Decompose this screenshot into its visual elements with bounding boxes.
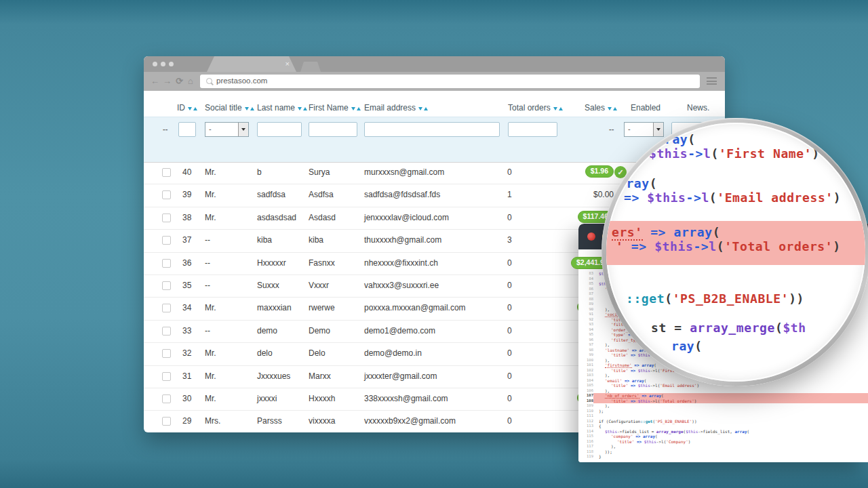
cell-social-title: Mr.	[205, 167, 216, 177]
code-line: );	[599, 409, 868, 414]
filter-email-input[interactable]	[364, 122, 500, 137]
cell-first-name: Fasnxx	[309, 258, 335, 268]
code-line: ),	[599, 388, 868, 394]
address-bar[interactable]: prestasoo.com	[200, 75, 700, 88]
cell-last-name: Parsss	[257, 416, 282, 426]
filter-id-input[interactable]	[178, 122, 196, 137]
browser-tab[interactable]: ×	[207, 56, 296, 72]
column-header-id[interactable]: ID	[177, 103, 197, 113]
sort-arrows-icon[interactable]	[245, 103, 254, 113]
code-line: ),	[599, 444, 868, 449]
close-icon[interactable]	[587, 232, 595, 241]
filter-row: -- - -- -	[144, 117, 725, 163]
row-checkbox[interactable]	[162, 417, 171, 426]
cell-email: 338xxxxsh@gmail.com	[364, 394, 448, 403]
code-line: $this->fields_list = array_merge($this->…	[599, 429, 868, 434]
code-line: {	[599, 424, 868, 429]
cell-last-name: b	[257, 167, 262, 177]
chevron-down-icon	[653, 123, 663, 136]
row-checkbox[interactable]	[162, 190, 171, 199]
row-checkbox[interactable]	[162, 214, 171, 222]
row-checkbox[interactable]	[162, 281, 171, 290]
column-header-last-name[interactable]: Last name	[257, 103, 307, 113]
cell-social-title: Mr.	[205, 213, 216, 222]
line-number: 113	[578, 424, 593, 429]
row-checkbox[interactable]	[162, 327, 171, 336]
code-line: 'nb_of_orders' => array(	[599, 393, 868, 399]
line-number: 85	[578, 281, 593, 287]
column-header-sales[interactable]: Sales	[585, 103, 617, 113]
cell-first-name: Vxxxr	[309, 281, 329, 290]
filter-enabled-select[interactable]: -	[624, 122, 664, 137]
sort-arrows-icon[interactable]	[418, 103, 428, 113]
magnified-code-line: ray(	[671, 339, 703, 353]
row-checkbox[interactable]	[162, 168, 171, 177]
cell-id: 30	[182, 394, 191, 403]
filter-social-title-select[interactable]: -	[205, 122, 249, 137]
filter-total-orders-input[interactable]	[508, 122, 557, 137]
window-dot-icon[interactable]	[169, 62, 174, 66]
row-checkbox[interactable]	[162, 304, 171, 312]
cell-total-orders: 0	[507, 348, 512, 358]
cell-first-name: Marxx	[309, 371, 331, 381]
sort-arrows-icon[interactable]	[298, 103, 307, 113]
cell-email: vxxxxxb9xx2@gmail.com	[364, 416, 456, 426]
cell-email: demo@demo.in	[364, 348, 422, 358]
column-header-total-orders[interactable]: Total orders	[508, 103, 563, 113]
cell-first-name: Asdfsa	[309, 190, 334, 199]
line-number: 99	[578, 352, 593, 358]
sort-arrows-icon[interactable]	[188, 103, 197, 113]
cell-social-title: Mr.	[205, 394, 216, 403]
filter-last-name-input[interactable]	[257, 122, 302, 137]
sort-arrows-icon[interactable]	[351, 103, 361, 113]
cell-last-name: delo	[257, 348, 273, 358]
cell-social-title: Mr.	[205, 371, 216, 381]
sort-arrows-icon[interactable]	[608, 103, 617, 113]
row-checkbox[interactable]	[162, 394, 171, 403]
refresh-icon[interactable]: ⟳	[176, 75, 183, 87]
browser-titlebar[interactable]: ×	[144, 56, 725, 72]
line-number: 109	[578, 403, 593, 409]
new-tab-button[interactable]	[300, 62, 321, 72]
row-checkbox[interactable]	[162, 349, 171, 358]
line-number: 101	[578, 363, 593, 368]
tab-close-icon[interactable]: ×	[285, 59, 290, 68]
cell-last-name: sadfdsa	[257, 190, 285, 199]
line-number: 108	[578, 399, 593, 404]
window-dot-icon[interactable]	[153, 62, 157, 66]
line-number: 87	[578, 291, 593, 297]
line-number: 119	[578, 454, 593, 460]
row-checkbox[interactable]	[162, 372, 171, 381]
filter-check-dash: --	[163, 125, 167, 133]
cell-first-name: Surya	[309, 167, 330, 177]
cell-total-orders: 0	[507, 394, 512, 403]
url-text[interactable]: prestasoo.com	[216, 77, 267, 85]
magnified-code-line: $this->l('First Name')	[649, 146, 820, 161]
magnified-code-line: st = array_merge($th	[651, 321, 806, 335]
cell-id: 39	[182, 190, 191, 199]
line-number: 104	[578, 378, 593, 384]
code-line: 'title' => $this->l('Company')	[599, 439, 868, 445]
column-header-email-address[interactable]: Email address	[364, 103, 428, 113]
line-number: 92	[578, 317, 593, 323]
forward-icon[interactable]: →	[163, 75, 172, 87]
filter-first-name-input[interactable]	[309, 122, 357, 137]
cell-first-name: Hxxxxh	[309, 394, 335, 403]
column-header-first-name[interactable]: First Name	[309, 103, 361, 113]
cell-id: 36	[182, 258, 191, 268]
cell-first-name: vixxxxa	[309, 416, 335, 426]
line-number: 118	[578, 449, 593, 455]
row-checkbox[interactable]	[162, 236, 171, 245]
cell-total-orders: 0	[507, 371, 512, 381]
row-checkbox[interactable]	[162, 259, 171, 268]
home-icon[interactable]: ⌂	[188, 75, 193, 87]
menu-icon[interactable]	[707, 77, 717, 85]
window-dot-icon[interactable]	[161, 62, 165, 66]
line-number: 112	[578, 419, 593, 424]
sort-arrows-icon[interactable]	[553, 103, 563, 113]
column-header-social-title[interactable]: Social title	[205, 103, 254, 113]
back-icon[interactable]: ←	[151, 75, 159, 87]
line-number: 94	[578, 327, 593, 333]
line-number: 105	[578, 383, 593, 388]
search-icon	[206, 78, 212, 84]
